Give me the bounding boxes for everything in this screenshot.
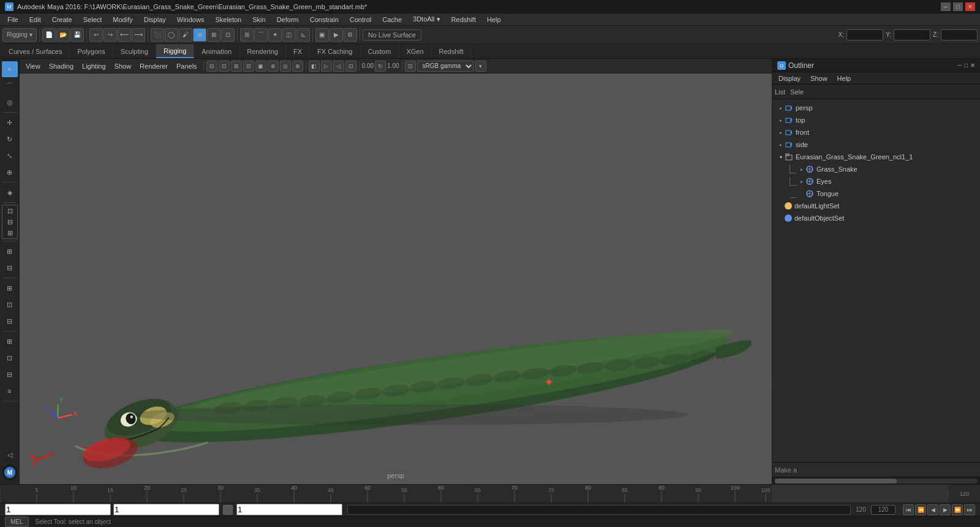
tab-curves-surfaces[interactable]: Curves / Surfaces — [1, 44, 70, 58]
outliner-show-menu[interactable]: Show — [807, 74, 831, 83]
snap2-btn-left[interactable]: ⊟ — [2, 260, 18, 276]
playback-range-bar[interactable] — [347, 505, 851, 515]
next-frame-btn[interactable]: ⏩ — [952, 504, 963, 515]
snap-curve-btn[interactable]: ⌒ — [254, 28, 268, 42]
coord-y-input[interactable] — [894, 29, 930, 40]
extra2-btn[interactable]: ⊟ — [2, 366, 18, 382]
transform2-btn[interactable]: ⊠ — [207, 28, 221, 42]
redo-queue-btn[interactable]: ⟶ — [132, 28, 145, 42]
tree-item-eyes[interactable]: ▸ Eyes — [772, 175, 980, 188]
rigging-dropdown[interactable]: Rigging ▾ — [2, 28, 37, 42]
menu-edit[interactable]: Edit — [24, 15, 46, 25]
select-tool-btn[interactable]: ✦ — [2, 61, 18, 77]
lasso-mode-btn[interactable]: ◯ — [165, 28, 178, 42]
menu-file[interactable]: File — [2, 15, 23, 25]
panels-menu[interactable]: Panels — [173, 61, 201, 71]
menu-select[interactable]: Select — [78, 15, 107, 25]
settings-left-btn[interactable]: ⊞ — [2, 333, 18, 349]
outliner-minimize-btn[interactable]: ─ — [957, 62, 962, 69]
maya-logo-btn[interactable]: M — [2, 464, 18, 480]
outliner-select-btn[interactable]: Sele — [790, 88, 804, 96]
render-region-btn[interactable]: ▣ — [315, 28, 329, 42]
vp-overlay-11[interactable]: ◁ — [333, 61, 344, 72]
vp-overlay-9[interactable]: ◧ — [309, 61, 320, 72]
vertex-mode-btn[interactable]: ⊡ — [2, 205, 18, 216]
frame-current-input[interactable] — [113, 504, 219, 515]
menu-help[interactable]: Help — [482, 15, 506, 25]
tree-arrow-grass-snake[interactable]: ▸ — [798, 165, 805, 173]
extra3-btn[interactable]: ≡ — [2, 383, 18, 399]
new-scene-btn[interactable]: 📄 — [42, 28, 56, 42]
tab-xgen[interactable]: XGen — [399, 44, 431, 58]
tree-arrow-front[interactable]: ▸ — [777, 129, 785, 136]
tree-item-front[interactable]: ▸ front — [772, 126, 980, 138]
gamma-select[interactable]: sRGB gamma Linear Log — [417, 61, 474, 72]
face-mode-btn[interactable]: ⊞ — [2, 227, 18, 238]
vp-overlay-5[interactable]: ▣ — [255, 61, 266, 72]
outliner-list-btn[interactable]: List — [775, 88, 785, 96]
menu-modify[interactable]: Modify — [108, 15, 137, 25]
snap-btn[interactable]: ⊡ — [221, 28, 235, 42]
minimize-button[interactable]: ─ — [941, 2, 951, 11]
undo-queue-btn[interactable]: ⟵ — [118, 28, 131, 42]
prev-frame-btn[interactable]: ⏪ — [915, 504, 926, 515]
vp-overlay-6[interactable]: ⊕ — [268, 61, 279, 72]
snap-btn-left[interactable]: ⊞ — [2, 243, 18, 259]
show-menu[interactable]: Show — [111, 61, 135, 71]
misc-btn[interactable]: ◁ — [2, 447, 18, 463]
menu-display[interactable]: Display — [139, 15, 171, 25]
close-button[interactable]: ✕ — [965, 2, 975, 11]
move-tool-btn[interactable]: ✛ — [2, 115, 18, 131]
scene-canvas[interactable]: X Y Z persp — [20, 74, 772, 484]
vp-overlay-4[interactable]: ⊟ — [243, 61, 254, 72]
lighting-menu[interactable]: Lighting — [78, 61, 110, 71]
mel-button[interactable]: MEL — [5, 517, 29, 527]
tab-animation[interactable]: Animation — [194, 44, 239, 58]
soft-select-btn[interactable]: ◈ — [2, 184, 18, 200]
tree-item-light-set[interactable]: ▸ defaultLightSet — [772, 200, 980, 212]
menu-deform[interactable]: Deform — [272, 15, 304, 25]
display-btn[interactable]: ⊡ — [2, 297, 18, 313]
tree-item-persp[interactable]: ▸ persp — [772, 102, 980, 114]
universal-tool-btn[interactable]: ⊕ — [2, 164, 18, 180]
go-start-btn[interactable]: ⏮ — [903, 504, 914, 515]
vp-loop-btn[interactable]: ↻ — [375, 61, 386, 72]
no-live-surface-btn[interactable]: No Live Surface — [363, 29, 421, 40]
tree-arrow-persp[interactable]: ▸ — [777, 104, 785, 112]
shading-menu[interactable]: Shading — [45, 61, 77, 71]
menu-3dto[interactable]: 3DtoAll ▾ — [408, 14, 445, 25]
viewport[interactable]: View Shading Lighting Show Renderer Pane… — [20, 59, 772, 484]
lasso-tool-btn[interactable]: ⌒ — [2, 78, 18, 94]
tab-polygons[interactable]: Polygons — [70, 44, 113, 58]
tree-arrow-eyes[interactable]: ▸ — [798, 178, 805, 185]
vp-display-btn[interactable]: ⊡ — [345, 61, 356, 72]
edge-mode-btn[interactable]: ⊟ — [2, 216, 18, 227]
vp-overlay-7[interactable]: ◎ — [280, 61, 291, 72]
coord-x-input[interactable] — [846, 29, 883, 40]
snap-point-btn[interactable]: ✦ — [268, 28, 282, 42]
menu-skin[interactable]: Skin — [247, 15, 270, 25]
go-end-btn[interactable]: ⏭ — [964, 504, 975, 515]
snap-grid-btn[interactable]: ⊞ — [240, 28, 254, 42]
open-scene-btn[interactable]: 📂 — [56, 28, 70, 42]
outliner-help-menu[interactable]: Help — [834, 74, 855, 83]
camera-btn[interactable]: ⊞ — [2, 280, 18, 296]
tab-rendering[interactable]: Rendering — [239, 44, 286, 58]
tab-sculpting[interactable]: Sculpting — [113, 44, 156, 58]
tab-fx[interactable]: FX — [286, 44, 310, 58]
select-mode-btn[interactable]: ⬛ — [151, 28, 164, 42]
render-icon-btn[interactable]: ⊟ — [2, 313, 18, 329]
vp-aa-btn[interactable]: ⊡ — [405, 61, 416, 72]
save-scene-btn[interactable]: 💾 — [70, 28, 84, 42]
outliner-hscroll[interactable] — [772, 477, 980, 484]
tree-item-main-group[interactable]: ▾ Eurasian_Grass_Snake_Green_ncl1_1 — [772, 151, 980, 163]
redo-btn[interactable]: ↪ — [104, 28, 117, 42]
tab-redshift[interactable]: Redshift — [432, 44, 472, 58]
restore-button[interactable]: □ — [953, 2, 963, 11]
tree-arrow-side[interactable]: ▸ — [777, 141, 785, 148]
undo-btn[interactable]: ↩ — [89, 28, 103, 42]
menu-control[interactable]: Control — [345, 15, 376, 25]
tab-custom[interactable]: Custom — [361, 44, 399, 58]
menu-cache[interactable]: Cache — [377, 15, 407, 25]
tree-arrow-main[interactable]: ▾ — [777, 153, 785, 161]
